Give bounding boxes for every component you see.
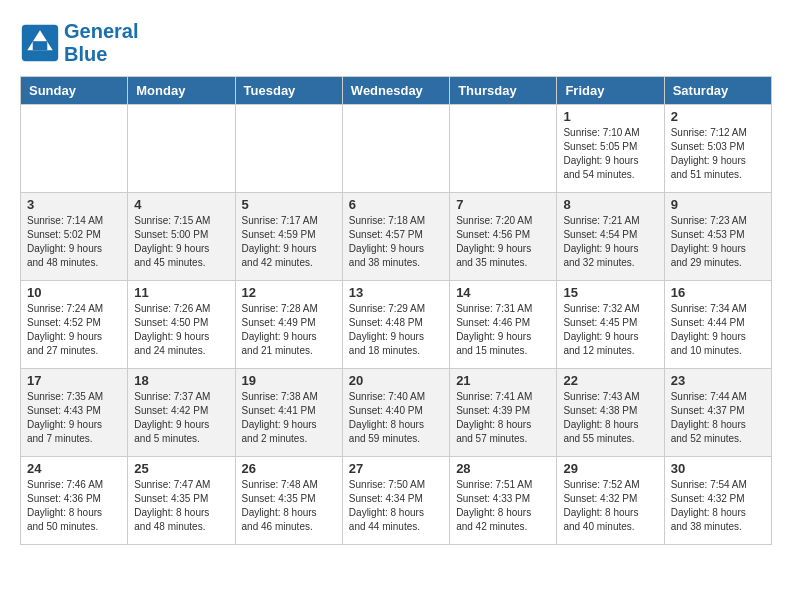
calendar-cell: 26Sunrise: 7:48 AM Sunset: 4:35 PM Dayli… bbox=[235, 457, 342, 545]
svg-rect-2 bbox=[33, 41, 48, 50]
calendar-cell: 27Sunrise: 7:50 AM Sunset: 4:34 PM Dayli… bbox=[342, 457, 449, 545]
day-number: 25 bbox=[134, 461, 228, 476]
day-info: Sunrise: 7:47 AM Sunset: 4:35 PM Dayligh… bbox=[134, 478, 228, 534]
calendar-cell: 10Sunrise: 7:24 AM Sunset: 4:52 PM Dayli… bbox=[21, 281, 128, 369]
day-number: 4 bbox=[134, 197, 228, 212]
col-header-friday: Friday bbox=[557, 77, 664, 105]
day-info: Sunrise: 7:32 AM Sunset: 4:45 PM Dayligh… bbox=[563, 302, 657, 358]
day-info: Sunrise: 7:40 AM Sunset: 4:40 PM Dayligh… bbox=[349, 390, 443, 446]
day-info: Sunrise: 7:12 AM Sunset: 5:03 PM Dayligh… bbox=[671, 126, 765, 182]
calendar-cell: 13Sunrise: 7:29 AM Sunset: 4:48 PM Dayli… bbox=[342, 281, 449, 369]
calendar-cell: 24Sunrise: 7:46 AM Sunset: 4:36 PM Dayli… bbox=[21, 457, 128, 545]
day-number: 13 bbox=[349, 285, 443, 300]
day-info: Sunrise: 7:44 AM Sunset: 4:37 PM Dayligh… bbox=[671, 390, 765, 446]
day-info: Sunrise: 7:17 AM Sunset: 4:59 PM Dayligh… bbox=[242, 214, 336, 270]
day-info: Sunrise: 7:24 AM Sunset: 4:52 PM Dayligh… bbox=[27, 302, 121, 358]
day-number: 19 bbox=[242, 373, 336, 388]
day-info: Sunrise: 7:52 AM Sunset: 4:32 PM Dayligh… bbox=[563, 478, 657, 534]
calendar-cell: 4Sunrise: 7:15 AM Sunset: 5:00 PM Daylig… bbox=[128, 193, 235, 281]
day-number: 21 bbox=[456, 373, 550, 388]
day-number: 9 bbox=[671, 197, 765, 212]
col-header-tuesday: Tuesday bbox=[235, 77, 342, 105]
day-info: Sunrise: 7:18 AM Sunset: 4:57 PM Dayligh… bbox=[349, 214, 443, 270]
day-number: 1 bbox=[563, 109, 657, 124]
calendar-cell: 6Sunrise: 7:18 AM Sunset: 4:57 PM Daylig… bbox=[342, 193, 449, 281]
day-number: 3 bbox=[27, 197, 121, 212]
day-info: Sunrise: 7:46 AM Sunset: 4:36 PM Dayligh… bbox=[27, 478, 121, 534]
day-number: 20 bbox=[349, 373, 443, 388]
col-header-monday: Monday bbox=[128, 77, 235, 105]
day-info: Sunrise: 7:14 AM Sunset: 5:02 PM Dayligh… bbox=[27, 214, 121, 270]
calendar-cell: 22Sunrise: 7:43 AM Sunset: 4:38 PM Dayli… bbox=[557, 369, 664, 457]
calendar-cell bbox=[235, 105, 342, 193]
calendar-cell: 18Sunrise: 7:37 AM Sunset: 4:42 PM Dayli… bbox=[128, 369, 235, 457]
calendar-cell: 25Sunrise: 7:47 AM Sunset: 4:35 PM Dayli… bbox=[128, 457, 235, 545]
day-number: 12 bbox=[242, 285, 336, 300]
day-number: 10 bbox=[27, 285, 121, 300]
day-info: Sunrise: 7:54 AM Sunset: 4:32 PM Dayligh… bbox=[671, 478, 765, 534]
calendar-cell: 1Sunrise: 7:10 AM Sunset: 5:05 PM Daylig… bbox=[557, 105, 664, 193]
calendar-cell bbox=[128, 105, 235, 193]
calendar-week-row: 24Sunrise: 7:46 AM Sunset: 4:36 PM Dayli… bbox=[21, 457, 772, 545]
day-number: 6 bbox=[349, 197, 443, 212]
day-info: Sunrise: 7:43 AM Sunset: 4:38 PM Dayligh… bbox=[563, 390, 657, 446]
calendar-header-row: SundayMondayTuesdayWednesdayThursdayFrid… bbox=[21, 77, 772, 105]
day-info: Sunrise: 7:37 AM Sunset: 4:42 PM Dayligh… bbox=[134, 390, 228, 446]
day-info: Sunrise: 7:48 AM Sunset: 4:35 PM Dayligh… bbox=[242, 478, 336, 534]
day-info: Sunrise: 7:51 AM Sunset: 4:33 PM Dayligh… bbox=[456, 478, 550, 534]
calendar-cell: 8Sunrise: 7:21 AM Sunset: 4:54 PM Daylig… bbox=[557, 193, 664, 281]
day-number: 5 bbox=[242, 197, 336, 212]
day-number: 11 bbox=[134, 285, 228, 300]
calendar-cell: 9Sunrise: 7:23 AM Sunset: 4:53 PM Daylig… bbox=[664, 193, 771, 281]
col-header-sunday: Sunday bbox=[21, 77, 128, 105]
calendar-cell: 14Sunrise: 7:31 AM Sunset: 4:46 PM Dayli… bbox=[450, 281, 557, 369]
calendar-cell: 17Sunrise: 7:35 AM Sunset: 4:43 PM Dayli… bbox=[21, 369, 128, 457]
calendar-cell: 30Sunrise: 7:54 AM Sunset: 4:32 PM Dayli… bbox=[664, 457, 771, 545]
day-number: 2 bbox=[671, 109, 765, 124]
calendar-week-row: 1Sunrise: 7:10 AM Sunset: 5:05 PM Daylig… bbox=[21, 105, 772, 193]
day-number: 22 bbox=[563, 373, 657, 388]
calendar-cell: 12Sunrise: 7:28 AM Sunset: 4:49 PM Dayli… bbox=[235, 281, 342, 369]
day-info: Sunrise: 7:10 AM Sunset: 5:05 PM Dayligh… bbox=[563, 126, 657, 182]
calendar-cell: 29Sunrise: 7:52 AM Sunset: 4:32 PM Dayli… bbox=[557, 457, 664, 545]
logo: General Blue bbox=[20, 20, 138, 66]
day-number: 26 bbox=[242, 461, 336, 476]
calendar-cell: 23Sunrise: 7:44 AM Sunset: 4:37 PM Dayli… bbox=[664, 369, 771, 457]
calendar-cell: 15Sunrise: 7:32 AM Sunset: 4:45 PM Dayli… bbox=[557, 281, 664, 369]
day-number: 28 bbox=[456, 461, 550, 476]
calendar-table: SundayMondayTuesdayWednesdayThursdayFrid… bbox=[20, 76, 772, 545]
day-number: 29 bbox=[563, 461, 657, 476]
day-info: Sunrise: 7:41 AM Sunset: 4:39 PM Dayligh… bbox=[456, 390, 550, 446]
calendar-cell: 20Sunrise: 7:40 AM Sunset: 4:40 PM Dayli… bbox=[342, 369, 449, 457]
day-info: Sunrise: 7:21 AM Sunset: 4:54 PM Dayligh… bbox=[563, 214, 657, 270]
day-number: 23 bbox=[671, 373, 765, 388]
day-number: 15 bbox=[563, 285, 657, 300]
logo-icon bbox=[20, 23, 60, 63]
calendar-cell bbox=[342, 105, 449, 193]
day-number: 18 bbox=[134, 373, 228, 388]
calendar-cell: 7Sunrise: 7:20 AM Sunset: 4:56 PM Daylig… bbox=[450, 193, 557, 281]
day-info: Sunrise: 7:35 AM Sunset: 4:43 PM Dayligh… bbox=[27, 390, 121, 446]
calendar-week-row: 10Sunrise: 7:24 AM Sunset: 4:52 PM Dayli… bbox=[21, 281, 772, 369]
day-number: 17 bbox=[27, 373, 121, 388]
calendar-cell: 21Sunrise: 7:41 AM Sunset: 4:39 PM Dayli… bbox=[450, 369, 557, 457]
day-number: 27 bbox=[349, 461, 443, 476]
logo-text: General Blue bbox=[64, 20, 138, 66]
day-info: Sunrise: 7:31 AM Sunset: 4:46 PM Dayligh… bbox=[456, 302, 550, 358]
calendar-cell: 11Sunrise: 7:26 AM Sunset: 4:50 PM Dayli… bbox=[128, 281, 235, 369]
day-info: Sunrise: 7:29 AM Sunset: 4:48 PM Dayligh… bbox=[349, 302, 443, 358]
day-info: Sunrise: 7:15 AM Sunset: 5:00 PM Dayligh… bbox=[134, 214, 228, 270]
day-number: 14 bbox=[456, 285, 550, 300]
col-header-saturday: Saturday bbox=[664, 77, 771, 105]
day-number: 30 bbox=[671, 461, 765, 476]
calendar-cell: 16Sunrise: 7:34 AM Sunset: 4:44 PM Dayli… bbox=[664, 281, 771, 369]
calendar-cell: 2Sunrise: 7:12 AM Sunset: 5:03 PM Daylig… bbox=[664, 105, 771, 193]
page-header: General Blue bbox=[20, 20, 772, 66]
calendar-cell bbox=[450, 105, 557, 193]
day-number: 24 bbox=[27, 461, 121, 476]
day-info: Sunrise: 7:23 AM Sunset: 4:53 PM Dayligh… bbox=[671, 214, 765, 270]
day-number: 7 bbox=[456, 197, 550, 212]
col-header-thursday: Thursday bbox=[450, 77, 557, 105]
day-number: 8 bbox=[563, 197, 657, 212]
day-info: Sunrise: 7:26 AM Sunset: 4:50 PM Dayligh… bbox=[134, 302, 228, 358]
